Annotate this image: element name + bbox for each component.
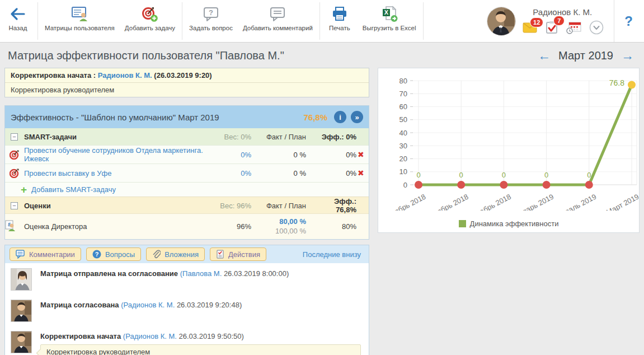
toolbar-separator xyxy=(319,2,320,40)
grades-section-header: − Оценки Вес: 96% Факт / План Эфф.: 76,8… xyxy=(5,197,369,213)
grade-plan: 100,00 % xyxy=(251,227,306,236)
notice-note: Корректировка руководителем xyxy=(5,83,369,97)
comment-author-link[interactable]: Павлова М. xyxy=(182,269,222,278)
svg-text:Март 2019: Март 2019 xyxy=(605,192,639,211)
list-item: Корректировка начата Радионов К. М. 26.0… xyxy=(5,326,369,355)
print-button[interactable]: Печать xyxy=(322,0,358,42)
comment-author-link[interactable]: Радионов К. М. xyxy=(124,301,175,309)
question-icon: ? xyxy=(92,250,101,259)
add-smart-task-link[interactable]: Добавить SMART-задачу xyxy=(31,185,116,194)
comment-meta: Радионов К. М. 26.03.2019 9:50:50 xyxy=(123,332,244,340)
task-eff: 0% xyxy=(314,169,356,178)
comment-meta: Радионов К. М. 26.03.2019 9:20:48 xyxy=(121,301,242,309)
comment-note-bubble: Корректировка руководителем xyxy=(40,344,361,355)
svg-text:?: ? xyxy=(95,251,99,258)
toolbar-separator xyxy=(182,2,182,40)
sort-order-link[interactable]: Последние внизу xyxy=(303,250,364,259)
table-row: Провести выставку в Уфе 0% 0 % 0% ✖ xyxy=(5,164,369,182)
tab-attachments[interactable]: Вложения xyxy=(146,247,205,261)
svg-text:?: ? xyxy=(209,8,213,17)
calendar-button[interactable] xyxy=(566,21,581,34)
grade-fact-link[interactable]: 80,00 % xyxy=(251,217,306,226)
tab-comments[interactable]: Комментарии xyxy=(10,247,81,261)
avatar[interactable] xyxy=(487,7,516,36)
comment-meta: Павлова М. 26.03.2019 8:00:00 xyxy=(180,269,289,278)
back-button[interactable]: Назад xyxy=(0,0,36,42)
toolbar-separator xyxy=(37,2,38,40)
excel-icon: X xyxy=(380,4,398,24)
notice-author-link[interactable]: Радионов К. М. xyxy=(98,71,152,80)
mail-badge: 12 xyxy=(530,17,543,27)
ask-question-button[interactable]: ? Задать вопрос xyxy=(184,0,238,42)
comment-author-link[interactable]: Радионов К. М. xyxy=(125,332,177,340)
tab-questions[interactable]: ? Вопросы xyxy=(86,247,141,261)
factplan-header: Факт / План xyxy=(251,133,314,141)
expand-user-menu-button[interactable] xyxy=(589,20,604,35)
dynamics-chart-panel: 01020304050607080Октябрь 2018Ноябрь 2018… xyxy=(378,68,640,233)
comment-title: Матрица отправлена на согласование xyxy=(40,269,178,278)
section-name: Оценки xyxy=(24,202,218,210)
tab-actions[interactable]: Действия xyxy=(210,247,266,261)
svg-text:0: 0 xyxy=(544,171,548,179)
task-link[interactable]: Провести обучение сотрудников Отдела мар… xyxy=(24,146,218,163)
svg-text:0: 0 xyxy=(403,181,407,189)
svg-text:70: 70 xyxy=(399,90,407,98)
grade-eff: 80% xyxy=(314,222,356,231)
next-month-button[interactable]: → xyxy=(621,49,634,62)
period-navigation: ← Март 2019 → xyxy=(538,49,634,62)
comment-icon xyxy=(16,250,25,259)
delete-task-icon[interactable]: ✖ xyxy=(356,150,369,159)
toolbar: Назад Матрицы пользователя xyxy=(0,0,644,43)
delete-task-icon[interactable]: ✖ xyxy=(356,169,369,178)
add-task-button[interactable]: Добавить задачу xyxy=(120,0,180,42)
plus-icon: + xyxy=(21,184,27,195)
collapse-icon[interactable]: − xyxy=(11,202,18,209)
task-fact: 0 % xyxy=(251,151,314,159)
legend-swatch xyxy=(459,220,466,227)
calendar-clock-icon xyxy=(566,21,581,34)
page-title: Матрица эффективности пользователя "Павл… xyxy=(8,49,284,62)
period-label: Март 2019 xyxy=(558,49,613,62)
task-weight[interactable]: 0% xyxy=(218,151,251,159)
notice-datetime: (26.03.2019 9:20) xyxy=(154,71,211,80)
export-excel-button[interactable]: X Выгрузить в Excel xyxy=(358,0,421,42)
efficiency-panel: Эффективность - "Шаблон по умолчанию" Ма… xyxy=(4,105,369,240)
help-button[interactable]: ? xyxy=(622,13,642,29)
section-name: SMART-задачи xyxy=(24,133,218,141)
tab-bar: Комментарии ? Вопросы Вложения Действия xyxy=(5,245,369,263)
task-weight[interactable]: 0% xyxy=(218,169,251,178)
chevron-down-icon xyxy=(589,20,604,35)
svg-text:50: 50 xyxy=(399,115,407,124)
question-bubble-icon: ? xyxy=(203,4,219,24)
comment-title: Матрица согласована xyxy=(40,301,119,309)
target-icon xyxy=(5,168,24,178)
collapse-icon[interactable]: − xyxy=(11,133,18,141)
add-comment-button[interactable]: Добавить комментарий xyxy=(238,0,318,42)
comment-datetime: 26.03.2019 9:20:48 xyxy=(177,301,239,309)
task-fact: 0 % xyxy=(251,169,314,178)
toolbar-separator xyxy=(614,0,614,42)
svg-text:76.8: 76.8 xyxy=(609,78,624,87)
comment-avatar xyxy=(11,331,32,353)
task-link[interactable]: Провести выставку в Уфе xyxy=(24,169,218,178)
mail-notifications-button[interactable]: 12 xyxy=(523,22,537,33)
comment-bubble-icon xyxy=(269,4,286,24)
expand-panel-icon[interactable]: » xyxy=(351,111,363,123)
back-arrow-icon xyxy=(10,4,26,24)
printer-icon xyxy=(331,4,348,24)
info-icon[interactable]: i xyxy=(334,111,346,123)
prev-month-button[interactable]: ← xyxy=(538,49,551,62)
svg-text:0: 0 xyxy=(587,171,591,179)
grade-weight: 96% xyxy=(218,222,251,231)
add-smart-task-row: + Добавить SMART-задачу xyxy=(5,182,369,197)
tasks-notifications-button[interactable]: 7 xyxy=(545,21,558,34)
user-name: Радионов К. М. xyxy=(533,7,592,17)
user-matrices-button[interactable]: Матрицы пользователя xyxy=(40,0,120,42)
task-eff: 0% xyxy=(314,151,356,159)
efficiency-header: Эффективность - "Шаблон по умолчанию" Ма… xyxy=(5,106,369,128)
efficiency-value: 76,8% xyxy=(303,113,327,122)
svg-text:0: 0 xyxy=(502,171,506,179)
weight-header: Вес: 0% xyxy=(218,133,251,141)
comments-panel: Комментарии ? Вопросы Вложения Действия xyxy=(4,245,369,355)
legend-label: Динамика эффективности xyxy=(470,219,559,228)
